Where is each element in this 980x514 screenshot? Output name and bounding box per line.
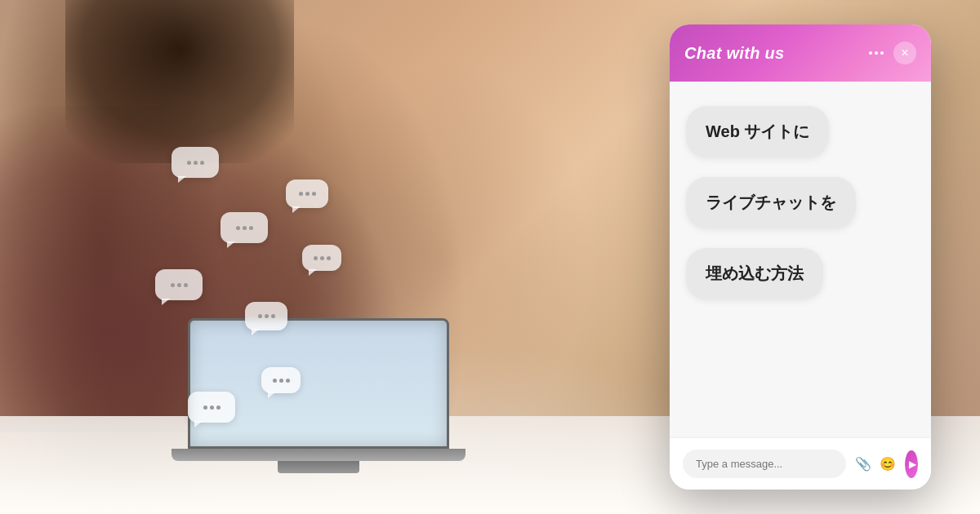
floating-bubbles-container <box>122 82 408 449</box>
message-bubble-2: ライブチャットを <box>686 177 856 228</box>
floating-bubble-2 <box>220 212 268 243</box>
dot1 <box>869 51 872 55</box>
more-options-icon[interactable] <box>869 51 884 55</box>
chat-header-actions: × <box>869 42 916 64</box>
floating-bubble-5 <box>286 179 328 208</box>
dot2 <box>875 51 878 55</box>
message-bubble-1: Web サイトに <box>686 106 829 157</box>
laptop-stand <box>278 461 359 473</box>
send-button[interactable]: ▶ <box>905 450 918 478</box>
chat-header: Chat with us × <box>670 24 931 82</box>
laptop-base <box>172 449 466 461</box>
dot3 <box>880 51 884 55</box>
input-icons: 📎 😊 <box>854 455 897 473</box>
chat-messages-area: Web サイトに ライブチャットを 埋め込む方法 <box>670 82 931 437</box>
chat-input-area: 📎 😊 ▶ <box>670 437 931 490</box>
send-icon: ▶ <box>909 459 916 470</box>
floating-bubble-6 <box>261 367 301 393</box>
close-button[interactable]: × <box>893 42 916 64</box>
chat-header-title: Chat with us <box>684 44 785 63</box>
floating-bubble-4 <box>245 302 287 330</box>
floating-bubble-3 <box>155 269 203 300</box>
message-bubble-3: 埋め込む方法 <box>686 248 823 299</box>
attachment-icon[interactable]: 📎 <box>854 455 872 473</box>
chat-widget: Chat with us × Web サイトに ライブチャットを 埋め込む方法 … <box>670 24 931 490</box>
floating-bubble-7 <box>188 392 235 423</box>
floating-bubble-1 <box>172 147 219 178</box>
message-input[interactable] <box>683 450 846 478</box>
floating-bubble-8 <box>302 245 341 271</box>
emoji-icon[interactable]: 😊 <box>879 455 897 473</box>
